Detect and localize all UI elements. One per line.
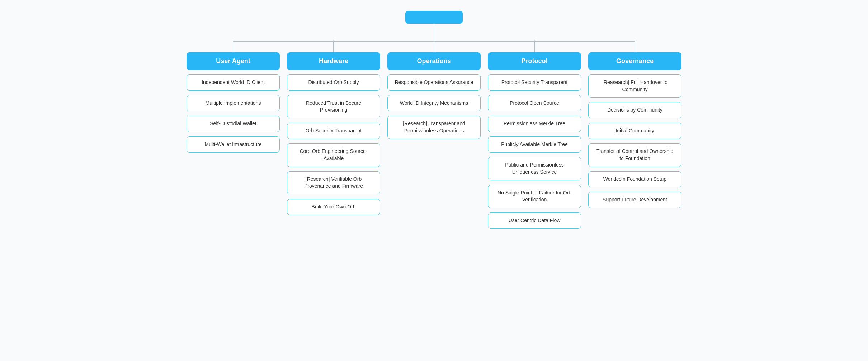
item-user-agent-2: Self-Custodial Wallet [187,116,280,132]
category-header-governance: Governance [588,52,681,70]
item-governance-0: [Reasearch] Full Handover to Community [588,74,681,98]
item-protocol-6: User Centric Data Flow [488,212,581,229]
category-header-hardware: Hardware [287,52,380,70]
item-hardware-5: Build Your Own Orb [287,199,380,215]
category-header-user-agent: User Agent [187,52,280,70]
item-hardware-4: [Research] Verifiable Orb Provenance and… [287,171,380,194]
item-user-agent-0: Independent World ID Client [187,74,280,91]
item-operations-0: Responsible Operations Assurance [387,74,481,91]
column-governance: Governance[Reasearch] Full Handover to C… [585,52,685,229]
item-protocol-4: Public and Permissionless Uniqueness Ser… [488,157,581,180]
item-user-agent-3: Multi-Wallet Infrastructure [187,136,280,153]
item-hardware-0: Distributed Orb Supply [287,74,380,91]
column-protocol: ProtocolProtocol Security TransparentPro… [484,52,585,229]
root-node [405,11,463,24]
item-governance-1: Decisions by Community [588,102,681,118]
item-operations-2: [Research] Transparent and Permissionles… [387,116,481,139]
item-hardware-2: Orb Security Transparent [287,123,380,139]
item-governance-4: Worldcoin Foundation Setup [588,171,681,188]
item-protocol-3: Publicly Available Merkle Tree [488,136,581,153]
item-governance-5: Support Future Development [588,192,681,208]
item-governance-2: Initial Community [588,123,681,139]
item-protocol-5: No Single Point of Failure for Orb Verif… [488,185,581,208]
category-header-protocol: Protocol [488,52,581,70]
category-header-operations: Operations [387,52,481,70]
column-hardware: HardwareDistributed Orb SupplyReduced Tr… [283,52,384,229]
item-operations-1: World ID Integrity Mechanisms [387,95,481,112]
item-user-agent-1: Multiple Implementations [187,95,280,112]
item-governance-3: Transfer of Control and Ownership to Fou… [588,143,681,167]
item-protocol-2: Permissionless Merkle Tree [488,116,581,132]
diagram-container: User AgentIndependent World ID ClientMul… [183,11,685,229]
item-hardware-3: Core Orb Engineering Source-Available [287,143,380,167]
item-hardware-1: Reduced Trust in Secure Provisioning [287,95,380,118]
item-protocol-0: Protocol Security Transparent [488,74,581,91]
column-user-agent: User AgentIndependent World ID ClientMul… [183,52,283,229]
columns-row: User AgentIndependent World ID ClientMul… [183,52,685,229]
column-operations: OperationsResponsible Operations Assuran… [384,52,484,229]
item-protocol-1: Protocol Open Source [488,95,581,112]
